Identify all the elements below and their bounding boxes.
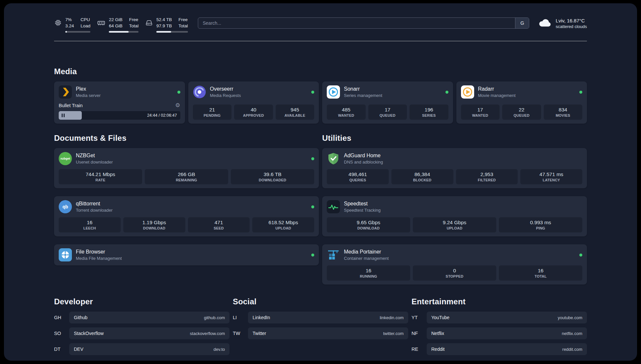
link-row: LI LinkedIn linkedin.com (233, 312, 408, 323)
app-subtitle: Movie management (478, 93, 516, 98)
stat-label: QUEUED (514, 113, 530, 117)
radarr-icon (461, 85, 474, 99)
adguard-card[interactable]: AdGuard Home DNS and adblocking 498,461 … (322, 148, 587, 188)
stat-tile: 498,461 QUERIES (327, 169, 389, 184)
stat-value: 945 (290, 107, 299, 113)
link-abbr: YT (412, 315, 427, 320)
stat-label: PENDING (203, 113, 221, 117)
stat-tile: 16 LEECH (59, 217, 121, 232)
stat-value: 266 GB (178, 171, 195, 177)
filebrowser-icon (59, 248, 72, 261)
stat-tile: 2,953 FILTERED (456, 169, 518, 184)
stat-label: UPLOAD (275, 226, 291, 230)
link-abbr: SO (54, 331, 69, 336)
stat-tile: 9.24 Gbps UPLOAD (413, 217, 496, 232)
search-input[interactable] (198, 17, 530, 29)
stat-tile: 744.21 Mbps RATE (59, 169, 142, 184)
app-name: Media Portainer (344, 249, 389, 255)
link-stackoverflow[interactable]: StackOverflow stackoverflow.com (69, 327, 229, 339)
overseerr-card[interactable]: Overseerr Media Requests 21 PENDING 40 A… (188, 81, 319, 124)
section-title-social: Social (233, 297, 408, 306)
stat-tile: 1.19 Gbps DOWNLOAD (123, 217, 185, 232)
link-row: NF Netflix netflix.com (412, 327, 587, 339)
link-abbr: DT (54, 347, 69, 352)
portainer-icon (327, 248, 340, 261)
link-twitter[interactable]: Twitter twitter.com (248, 327, 408, 339)
playback-progress-bar[interactable]: 24:44 / 02:06:47 (59, 111, 180, 120)
link-dev[interactable]: DEV dev.to (69, 343, 229, 355)
radarr-card[interactable]: Radarr Movie management 17 WANTED 22 QUE… (456, 81, 587, 124)
weather-widget[interactable]: Lviv, 16.87°C scattered clouds (538, 16, 587, 31)
developer-section: Developer GH Github github.com SO StackO… (54, 297, 229, 355)
link-row: SO StackOverflow stackoverflow.com (54, 327, 229, 339)
ram-total-value: 64 GiB (109, 23, 122, 29)
disk-total-value: 97.9 TB (156, 23, 172, 29)
pause-icon[interactable] (62, 114, 65, 117)
link-abbr: TW (233, 331, 248, 336)
link-netflix[interactable]: Netflix netflix.com (427, 327, 587, 339)
ram-icon (97, 19, 106, 27)
stat-label: MOVIES (556, 113, 570, 117)
stat-value: 0 (453, 268, 456, 274)
stat-tile: 0 STOPPED (413, 265, 496, 281)
app-name: Overseerr (210, 86, 241, 92)
app-subtitle: Container management (344, 256, 389, 261)
playback-time: 24:44 / 02:06:47 (147, 113, 177, 118)
stat-label: APPROVED (243, 113, 264, 117)
link-github[interactable]: Github github.com (69, 312, 229, 323)
status-dot (311, 157, 314, 160)
speedtest-card[interactable]: Speedtest Speedtest Tracking 9.65 Gbps D… (322, 196, 587, 236)
stat-tile: 17 WANTED (461, 105, 500, 120)
link-reddit[interactable]: Reddit reddit.com (427, 343, 587, 355)
link-linkedin[interactable]: LinkedIn linkedin.com (248, 312, 408, 323)
stat-value: 47.571 ms (539, 171, 563, 177)
sonarr-icon (327, 85, 340, 99)
search-bar: G (198, 17, 530, 29)
stat-label: LEECH (83, 226, 96, 230)
app-name: File Browser (76, 249, 122, 255)
sonarr-card[interactable]: Sonarr Series management 485 WANTED 17 Q… (322, 81, 453, 124)
nzbget-card[interactable]: nzbget NZBGet Usenet downloader 744.21 M… (54, 148, 319, 188)
stat-tile: 22 QUEUED (502, 105, 541, 120)
stat-value: 86,384 (414, 171, 430, 177)
stat-tile: 17 QUEUED (368, 105, 407, 120)
gear-icon[interactable]: ⚙ (175, 103, 180, 108)
disk-labels: Free Total (178, 17, 188, 29)
app-subtitle: Media Requests (210, 93, 241, 98)
disk-stat: 52.4 TB 97.9 TB Free Total (145, 17, 188, 32)
plex-card[interactable]: Plex Media server Bullet Train ⚙ 24:44 /… (54, 81, 185, 124)
stat-value: 9.24 Gbps (443, 220, 467, 226)
link-row: GH Github github.com (54, 312, 229, 323)
stat-label: QUEUED (380, 113, 395, 117)
stat-tile: 9.65 Gbps DOWNLOAD (327, 217, 410, 232)
stat-tile: 39.6 TB DOWNLOADED (231, 169, 314, 184)
status-dot (445, 91, 448, 94)
status-dot (579, 254, 582, 257)
qbittorrent-icon: qb (59, 200, 72, 213)
stat-value: 17 (385, 107, 390, 113)
qbittorrent-card[interactable]: qb qBittorrent Torrent downloader 16 LEE… (54, 196, 319, 236)
stat-value: 744.21 Mbps (86, 171, 115, 177)
stat-label: LATENCY (543, 178, 560, 182)
portainer-card[interactable]: Media Portainer Container management 16 … (322, 244, 587, 285)
app-name: Sonarr (344, 86, 382, 92)
app-name: NZBGet (76, 153, 113, 159)
stat-value: 498,461 (349, 171, 367, 177)
cpu-stat: 7% 3.24 CPU Load (54, 17, 90, 32)
search-engine-button[interactable]: G (515, 18, 529, 28)
stat-value: 22 (519, 107, 524, 113)
ram-values: 22 GiB 64 GiB (109, 17, 122, 29)
stat-label: RUNNING (360, 274, 377, 278)
stat-value: 485 (342, 107, 351, 113)
stat-value: 16 (366, 268, 371, 274)
link-row: TW Twitter twitter.com (233, 327, 408, 339)
link-youtube[interactable]: YouTube youtube.com (427, 312, 587, 323)
stat-label: WANTED (338, 113, 354, 117)
filebrowser-card[interactable]: File Browser Media File Management (54, 244, 319, 265)
stat-value: 834 (559, 107, 567, 113)
stat-value: 16 (87, 220, 92, 226)
section-title-entertainment: Entertainment (412, 297, 587, 306)
adguard-icon (327, 152, 340, 165)
status-dot (177, 91, 180, 94)
stat-tile: 471 SEED (188, 217, 250, 232)
